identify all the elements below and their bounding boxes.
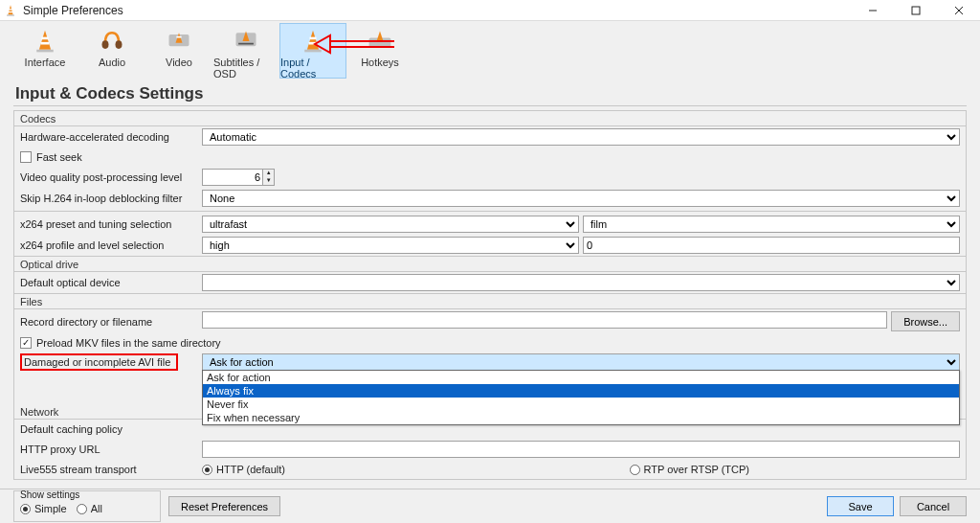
x264-profile-label: x264 profile and level selection (20, 239, 202, 251)
toolbar-audio-label: Audio (99, 57, 125, 68)
live555-rtp-radio[interactable] (630, 465, 640, 475)
page-title: Input & Codecs Settings (15, 84, 980, 103)
svg-rect-19 (238, 43, 254, 45)
x264-tuning-select[interactable]: film (583, 216, 960, 233)
avi-option-always[interactable]: Always fix (203, 384, 959, 398)
skip-h264-select[interactable]: None (202, 190, 960, 207)
video-quality-spinner[interactable]: ▲▼ (263, 169, 275, 186)
optical-device-select[interactable] (202, 274, 960, 291)
optical-section: Optical drive Default optical device (13, 257, 967, 294)
toolbar-video-label: Video (166, 57, 192, 68)
fast-seek-label: Fast seek (36, 151, 82, 163)
show-settings-all-label: All (91, 503, 102, 514)
skip-h264-label: Skip H.264 in-loop deblocking filter (20, 193, 202, 204)
avi-label: Damaged or incomplete AVI file (24, 356, 170, 368)
files-header: Files (14, 294, 966, 309)
avi-option-never[interactable]: Never fix (203, 398, 959, 411)
reset-preferences-button[interactable]: Reset Preferences (168, 496, 280, 516)
avi-option-when-necessary[interactable]: Fix when necessary (203, 411, 959, 424)
svg-rect-11 (36, 50, 54, 53)
optical-header: Optical drive (14, 257, 966, 272)
toolbar-video[interactable]: Video (145, 23, 212, 79)
x264-level-input[interactable] (583, 237, 960, 254)
live555-http-label: HTTP (default) (216, 464, 285, 475)
svg-marker-8 (39, 31, 51, 50)
svg-rect-3 (7, 14, 14, 15)
avi-dropdown-list[interactable]: Ask for action Always fix Never fix Fix … (202, 370, 960, 425)
optical-device-label: Default optical device (20, 277, 202, 288)
window-title: Simple Preferences (23, 4, 851, 17)
svg-rect-10 (41, 42, 50, 45)
files-section: Files Record directory or filename Brows… (13, 294, 967, 480)
svg-rect-5 (912, 7, 920, 14)
preload-mkv-checkbox[interactable] (20, 337, 32, 349)
svg-rect-9 (42, 37, 49, 40)
preload-mkv-label: Preload MKV files in the same directory (36, 337, 221, 349)
window-titlebar: Simple Preferences (0, 0, 980, 21)
x264-profile-select[interactable]: high (202, 237, 579, 254)
svg-point-12 (102, 40, 109, 49)
svg-rect-16 (176, 36, 181, 38)
x264-preset-label: x264 preset and tuning selection (20, 218, 202, 230)
live555-label: Live555 stream transport (20, 464, 202, 475)
video-quality-input[interactable] (202, 169, 263, 186)
preferences-toolbar: Interface Audio Video Subtitles / OSD In… (0, 21, 980, 79)
toolbar-interface-label: Interface (25, 57, 66, 68)
show-settings-label: Show settings (20, 489, 154, 500)
http-proxy-label: HTTP proxy URL (20, 443, 202, 455)
svg-rect-2 (9, 11, 12, 11)
minimize-button[interactable] (851, 0, 894, 21)
show-settings-simple-radio[interactable] (20, 504, 31, 514)
show-settings-group: Show settings Simple All (13, 490, 161, 522)
toolbar-audio[interactable]: Audio (78, 23, 145, 79)
video-icon (164, 28, 194, 55)
live555-rtp-label: RTP over RTSP (TCP) (644, 464, 749, 475)
cancel-button[interactable]: Cancel (900, 496, 967, 516)
caching-label: Default caching policy (20, 423, 202, 435)
save-button[interactable]: Save (827, 496, 894, 516)
hw-decode-label: Hardware-accelerated decoding (20, 131, 202, 143)
app-icon (4, 4, 17, 17)
interface-icon (30, 28, 60, 55)
video-quality-label: Video quality post-processing level (20, 171, 202, 183)
record-dir-input[interactable] (202, 311, 887, 329)
close-button[interactable] (937, 0, 980, 21)
avi-option-ask[interactable]: Ask for action (203, 371, 959, 384)
x264-preset-select[interactable]: ultrafast (202, 216, 579, 233)
show-settings-simple-label: Simple (34, 503, 67, 514)
live555-http-radio[interactable] (202, 465, 212, 475)
audio-icon (97, 28, 127, 55)
toolbar-hotkeys-label: Hotkeys (361, 57, 399, 68)
avi-select[interactable]: Ask for action (202, 353, 960, 371)
divider (13, 105, 967, 106)
codecs-section: Codecs Hardware-accelerated decoding Aut… (13, 110, 967, 257)
toolbar-interface[interactable]: Interface (11, 23, 78, 79)
fast-seek-checkbox[interactable] (20, 151, 32, 163)
svg-rect-1 (9, 9, 12, 10)
show-settings-all-radio[interactable] (77, 504, 87, 514)
toolbar-input-codecs-label: Input / Codecs (280, 57, 345, 80)
bottom-bar: Show settings Simple All Reset Preferenc… (0, 489, 980, 523)
svg-marker-28 (315, 35, 330, 53)
record-dir-label: Record directory or filename (20, 316, 202, 328)
annotation-arrow (313, 34, 399, 57)
toolbar-subtitles-label: Subtitles / OSD (213, 57, 278, 80)
codecs-header: Codecs (14, 111, 966, 126)
subtitles-icon (231, 28, 261, 55)
hw-decode-select[interactable]: Automatic (202, 128, 960, 146)
avi-label-highlight: Damaged or incomplete AVI file (20, 353, 178, 371)
maximize-button[interactable] (894, 0, 937, 21)
http-proxy-input[interactable] (202, 441, 960, 458)
toolbar-subtitles[interactable]: Subtitles / OSD (212, 23, 279, 79)
browse-button[interactable]: Browse... (891, 311, 960, 331)
svg-point-13 (116, 40, 122, 49)
